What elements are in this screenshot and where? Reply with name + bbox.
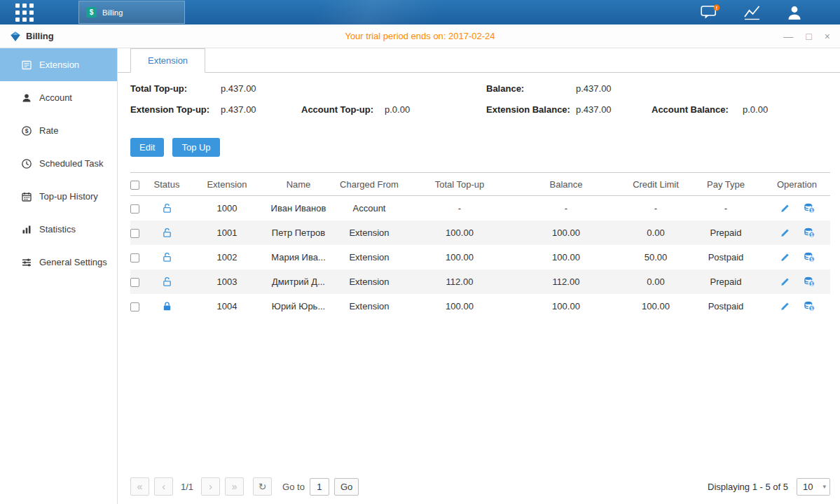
edit-row-icon[interactable]	[780, 227, 791, 238]
go-button[interactable]: Go	[334, 478, 359, 496]
user-account-button[interactable]	[784, 4, 805, 21]
last-page-button[interactable]: »	[225, 477, 244, 496]
account-balance-value: p.0.00	[743, 104, 768, 115]
tab-extension[interactable]: Extension	[130, 48, 205, 73]
first-page-button[interactable]: «	[130, 477, 149, 496]
balance-value: p.437.00	[576, 83, 612, 94]
account-balance-label: Account Balance:	[652, 104, 743, 115]
lock-status-icon	[162, 227, 172, 238]
billing-app-tab[interactable]: $ Billing	[78, 1, 185, 24]
lock-status-icon	[162, 252, 172, 262]
bar-chart-icon	[21, 224, 32, 235]
col-extension-header: Extension	[185, 173, 269, 196]
sidebar-item-label: Rate	[39, 125, 58, 136]
topup-row-icon[interactable]: $	[804, 202, 815, 214]
apps-grid-icon	[15, 4, 34, 22]
topup-row-icon[interactable]: $	[804, 300, 815, 312]
sidebar-item-general-settings[interactable]: General Settings	[0, 246, 117, 279]
clock-icon	[21, 158, 32, 169]
col-pay-type-header: Pay Type	[688, 173, 764, 196]
cell-total-topup: 100.00	[411, 245, 509, 270]
edit-row-icon[interactable]	[780, 276, 791, 287]
cell-total-topup: 100.00	[411, 294, 509, 318]
extension-icon	[21, 59, 32, 71]
sidebar-item-label: Account	[39, 92, 72, 103]
row-checkbox[interactable]	[130, 204, 139, 214]
sliders-icon	[21, 257, 32, 268]
cell-balance: 100.00	[509, 220, 624, 245]
notifications-button[interactable]: !	[700, 4, 721, 21]
close-button[interactable]: ×	[825, 31, 830, 41]
apps-grid-button[interactable]	[0, 0, 49, 24]
svg-text:$: $	[810, 281, 813, 287]
page-indicator: 1/1	[181, 482, 193, 492]
row-checkbox[interactable]	[130, 253, 139, 262]
cell-extension: 1003	[185, 270, 269, 294]
total-topup-label: Total Top-up:	[130, 83, 221, 94]
cell-extension: 1004	[185, 294, 269, 318]
minimize-button[interactable]: —	[783, 31, 793, 41]
sidebar-item-label: Extension	[39, 59, 79, 70]
cell-credit-limit: -	[624, 196, 688, 220]
total-topup-value: p.437.00	[221, 83, 256, 94]
cell-total-topup: 100.00	[411, 220, 509, 245]
cell-credit-limit: 50.00	[624, 245, 688, 270]
select-all-checkbox[interactable]	[130, 181, 139, 190]
sidebar-item-label: General Settings	[39, 257, 107, 267]
sidebar-item-topup-history[interactable]: Top-up History	[0, 180, 117, 213]
sidebar-item-statistics[interactable]: Statistics	[0, 213, 117, 246]
edit-row-icon[interactable]	[780, 300, 791, 312]
next-page-button[interactable]: ›	[201, 477, 220, 496]
lock-status-icon	[162, 301, 172, 312]
row-checkbox[interactable]	[130, 302, 139, 312]
top-up-button[interactable]: Top Up	[172, 138, 219, 157]
cell-extension: 1001	[185, 220, 269, 245]
cell-balance: 100.00	[509, 294, 624, 318]
trial-notice: Your trial period ends on: 2017-02-24	[0, 31, 840, 41]
edit-row-icon[interactable]	[780, 251, 791, 262]
col-status-header: Status	[149, 173, 185, 196]
row-checkbox[interactable]	[130, 229, 139, 238]
cell-pay-type: Postpaid	[688, 245, 764, 270]
cell-balance: -	[509, 196, 624, 220]
row-checkbox[interactable]	[130, 278, 139, 287]
cell-pay-type: Prepaid	[688, 220, 764, 245]
cell-name: Дмитрий Д...	[269, 270, 328, 294]
topup-row-icon[interactable]: $	[804, 227, 815, 238]
maximize-button[interactable]: □	[806, 31, 811, 41]
cell-balance: 112.00	[509, 270, 624, 294]
line-chart-icon	[743, 5, 762, 20]
topup-row-icon[interactable]: $	[804, 276, 815, 287]
edit-row-icon[interactable]	[780, 202, 791, 214]
sidebar: Extension Account $ Rate	[0, 48, 118, 504]
sidebar-item-rate[interactable]: $ Rate	[0, 114, 117, 147]
system-topbar: $ Billing !	[0, 0, 840, 24]
page-size-select[interactable]: 10 ▾	[797, 478, 830, 496]
table-row: 1001 Петр Петров Extension 100.00 100.00…	[130, 220, 830, 245]
cell-credit-limit: 0.00	[624, 270, 688, 294]
goto-page-input[interactable]	[310, 478, 329, 496]
extension-table: Status Extension Name Charged From Total…	[130, 172, 830, 318]
col-name-header: Name	[269, 173, 328, 196]
pagination: « ‹ 1/1 › » ↻ Go to Go Displaying 1 - 5 …	[130, 470, 830, 504]
sidebar-item-label: Statistics	[39, 224, 76, 234]
prev-page-button[interactable]: ‹	[154, 477, 173, 496]
extension-panel: Total Top-up: p.437.00 Balance: p.437.00…	[118, 73, 840, 504]
cell-charged-from: Extension	[328, 294, 411, 318]
sidebar-item-scheduled-task[interactable]: Scheduled Task	[0, 147, 117, 180]
table-row: 1004 Юрий Юрь... Extension 100.00 100.00…	[130, 294, 830, 318]
sidebar-item-account[interactable]: Account	[0, 81, 117, 114]
edit-button[interactable]: Edit	[130, 138, 164, 157]
sidebar-item-extension[interactable]: Extension	[0, 48, 117, 81]
table-row: 1000 Иван Иванов Account - - - - $	[130, 196, 830, 220]
topup-row-icon[interactable]: $	[804, 251, 815, 262]
cell-pay-type: Postpaid	[688, 294, 764, 318]
resource-monitor-button[interactable]	[742, 4, 763, 21]
sidebar-item-label: Scheduled Task	[39, 158, 104, 169]
svg-text:$: $	[810, 232, 813, 238]
window-titlebar: Billing Your trial period ends on: 2017-…	[0, 24, 840, 48]
lock-status-icon	[162, 276, 172, 287]
lock-status-icon	[162, 203, 172, 214]
refresh-button[interactable]: ↻	[253, 477, 272, 496]
svg-text:$: $	[810, 208, 813, 214]
